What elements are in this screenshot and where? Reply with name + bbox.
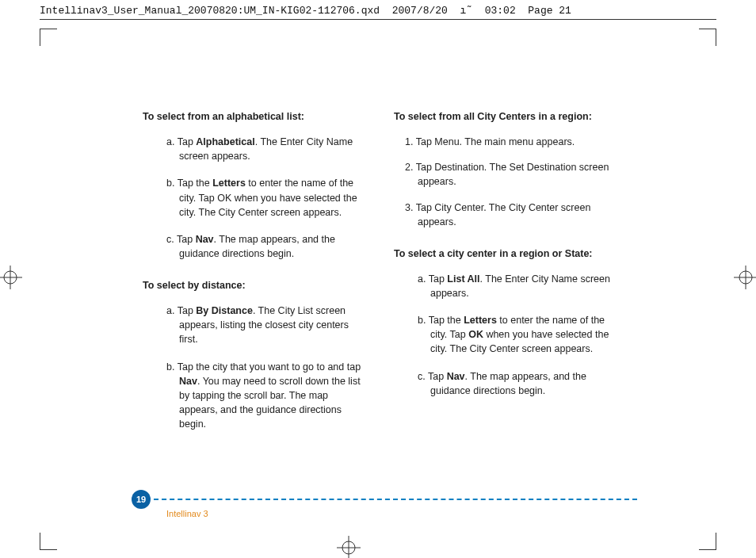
registration-mark-bottom — [337, 536, 361, 558]
distance-steps: a. Tap By Distance. The City List screen… — [143, 304, 362, 431]
header-rule — [40, 19, 716, 20]
rstep-c: c. Tap Nav. The map appears, and the gui… — [418, 369, 613, 398]
crop-mark-bottom-right — [699, 533, 716, 550]
page-content: To select from an alphabetical list: a. … — [55, 48, 701, 526]
print-header: Intellinav3_User_Manual_20070820:UM_IN-K… — [40, 5, 716, 17]
crop-mark-top-left — [40, 29, 57, 46]
page-number-badge: 19 — [132, 490, 151, 509]
registration-mark-right — [734, 266, 756, 289]
crop-mark-bottom-left — [40, 533, 57, 550]
step-d-b: b. Tap the city that you want to go to a… — [166, 360, 362, 432]
alpha-steps: a. Tap Alphabetical. The Enter City Name… — [143, 135, 362, 261]
numbered-steps: 1. Tap Menu. The main menu appears. 2. T… — [394, 135, 613, 229]
step-a: a. Tap Alphabetical. The Enter City Name… — [166, 135, 362, 163]
heading-alpha-list: To select from an alphabetical list: — [143, 109, 362, 124]
left-column: To select from an alphabetical list: a. … — [143, 109, 362, 449]
step-c: c. Tap Nav. The map appears, and the gui… — [166, 232, 362, 261]
footer-dashed-rule — [154, 499, 637, 500]
two-column-layout: To select from an alphabetical list: a. … — [55, 48, 701, 449]
region-steps: a. Tap List All. The Enter City Name scr… — [394, 272, 613, 398]
registration-mark-left — [0, 266, 22, 289]
heading-city-centers: To select from all City Centers in a reg… — [394, 109, 613, 124]
step-2: 2. Tap Destination. The Set Destination … — [405, 160, 613, 189]
product-name: Intellinav 3 — [166, 509, 208, 518]
step-d-a: a. Tap By Distance. The City List screen… — [166, 304, 362, 346]
step-3: 3. Tap City Center. The City Center scre… — [405, 201, 613, 229]
rstep-a: a. Tap List All. The Enter City Name scr… — [418, 272, 613, 300]
heading-region-state: To select a city center in a region or S… — [394, 247, 613, 261]
rstep-b: b. Tap the Letters to enter the name of … — [418, 313, 613, 356]
step-1: 1. Tap Menu. The main menu appears. — [405, 135, 613, 149]
right-column: To select from all City Centers in a reg… — [394, 109, 613, 449]
step-b: b. Tap the Letters to enter the name of … — [166, 176, 362, 219]
crop-mark-top-right — [699, 29, 716, 46]
heading-by-distance: To select by distance: — [143, 278, 362, 292]
